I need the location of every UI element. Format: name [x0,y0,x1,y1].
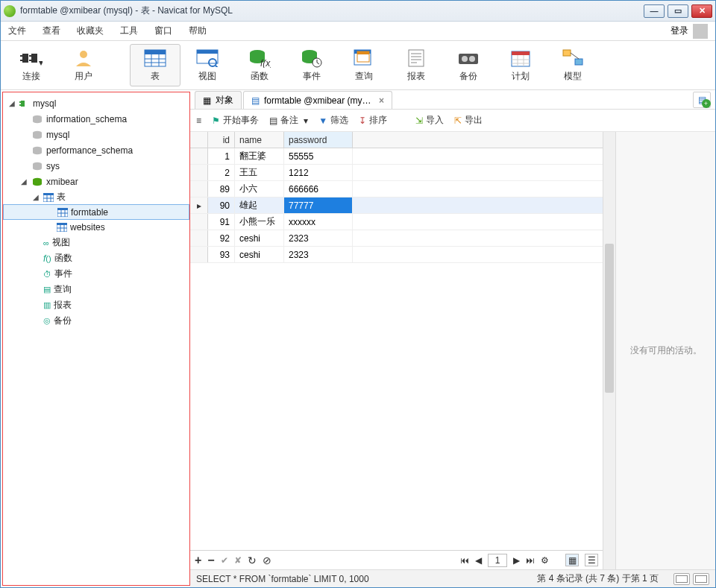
activity-scrollbar[interactable] [603,132,615,569]
toolbar-query[interactable]: 查询 [339,44,389,86]
tab-objects[interactable]: ▦ 对象 [195,91,242,109]
tab-close-icon[interactable]: × [379,95,384,106]
row-indicator [190,230,208,246]
toolbar-user[interactable]: 用户 [58,44,109,86]
tree-node--[interactable]: f()函数 [3,250,189,266]
prev-page-button[interactable]: ◀ [475,555,482,566]
tree-node-information_schema[interactable]: information_schema [3,111,189,127]
grid-small-icon: ▦ [203,95,211,106]
layout-button-1[interactable] [673,573,690,585]
table-icon [142,48,168,69]
toolbar-connect[interactable]: ▾ 连接 [6,44,57,86]
view-icon [195,48,220,69]
svg-rect-47 [19,104,21,106]
tree-node--[interactable]: ⏱事件 [3,266,189,282]
function-icon: f(x) [247,48,272,69]
stop-button[interactable]: ⊘ [263,554,271,566]
menu-favorites[interactable]: 收藏夹 [77,25,104,37]
column-id[interactable]: id [208,132,235,148]
toolbar-event[interactable]: 事件 [286,44,337,86]
svg-line-17 [216,66,218,67]
form-view-button[interactable]: ☰ [585,554,598,566]
row-indicator [190,148,208,164]
toolbar-table[interactable]: 表 [130,44,180,86]
close-button[interactable]: ✕ [691,4,712,18]
svg-rect-28 [409,50,424,66]
first-page-button[interactable]: ⏮ [460,555,469,566]
tree-node--[interactable]: ▥报表 [3,297,189,313]
table-row[interactable]: 91 小熊一乐 xxxxxx [190,214,603,230]
sort-button[interactable]: ↧排序 [359,114,387,127]
last-page-button[interactable]: ⏭ [526,555,535,566]
column-password[interactable]: password [284,132,353,148]
menu-file[interactable]: 文件 [8,25,26,37]
next-page-button[interactable]: ▶ [513,555,520,566]
table-row[interactable]: 92 ceshi 2323 [190,230,603,247]
toolbar-function[interactable]: f(x) 函数 [234,44,285,86]
menu-window[interactable]: 窗口 [154,25,172,37]
page-number-input[interactable]: 1 [488,554,507,567]
table-row[interactable]: 93 ceshi 2323 [190,247,603,263]
titlebar: formtable @xmibear (mysql) - 表 - Navicat… [1,1,715,22]
tree-node-xmibear[interactable]: ◢xmibear [3,174,189,189]
table-row[interactable]: 1 翻王婆 55555 [190,148,603,165]
tree-node-performance_schema[interactable]: performance_schema [3,142,189,158]
login-link[interactable]: 登录 [671,24,708,39]
tree-node--[interactable]: ▤查询 [3,282,189,297]
object-tree[interactable]: ◢mysqlinformation_schemamysqlperformance… [2,92,190,586]
tree-node-websites[interactable]: websites [3,219,189,235]
report-icon [403,48,429,69]
apply-button[interactable]: ✔ [221,555,228,566]
svg-point-7 [80,51,87,58]
menu-toggle-button[interactable]: ≡ [196,116,201,126]
minimize-button[interactable]: — [644,4,665,18]
svg-rect-46 [19,101,21,103]
status-bar: SELECT * FROM `formtable` LIMIT 0, 1000 … [190,569,715,587]
tab-formtable[interactable]: ▤ formtable @xmibear (mysql... × [243,91,392,109]
tree-node--[interactable]: ∞视图 [3,235,189,250]
sort-icon: ↧ [359,116,366,126]
refresh-button[interactable]: ↻ [248,554,257,566]
cancel-edit-button[interactable]: ✘ [234,555,242,566]
tree-node-mysql[interactable]: ◢mysql [3,95,189,111]
tree-node-mysql[interactable]: mysql [3,127,189,142]
toolbar-model[interactable]: 模型 [547,44,598,86]
column-name[interactable]: name [235,132,284,148]
toolbar-schedule[interactable]: 计划 [495,44,546,86]
menu-view[interactable]: 查看 [43,25,60,37]
menu-help[interactable]: 帮助 [189,25,207,37]
svg-rect-5 [29,60,31,61]
grid-header: id name password [190,132,603,148]
table-row[interactable]: ▸ 90 雄起 77777 [190,197,603,214]
tree-node--[interactable]: ◢表 [3,189,189,205]
export-icon: ⇱ [454,116,462,126]
delete-row-button[interactable]: − [207,554,214,567]
grid-settings-button[interactable]: ⚙ [541,555,549,566]
begin-transaction-button[interactable]: ⚑开始事务 [212,114,259,127]
maximize-button[interactable]: ▭ [668,4,688,18]
grid-view-button[interactable]: ▦ [565,554,579,566]
main-toolbar: ▾ 连接 用户 表 视图 f(x) 函数 事件 查询 报表 [1,41,715,90]
table-row[interactable]: 89 小六 666666 [190,181,603,197]
memo-button[interactable]: ▤备注 ▾ [269,114,308,127]
svg-rect-59 [57,208,68,210]
tree-node-formtable[interactable]: formtable [3,204,189,220]
new-tab-button[interactable]: ▤+ [693,92,711,108]
grid-body[interactable]: 1 翻王婆 55555 2 王五 1212 89 小六 666666 ▸ 90 … [190,148,603,550]
table-row[interactable]: 2 王五 1212 [190,165,603,181]
menu-tools[interactable]: 工具 [120,25,138,37]
tree-node--[interactable]: ◎备份 [3,313,189,329]
login-label: 登录 [671,25,688,37]
backup-icon [456,48,481,69]
svg-rect-37 [512,51,530,55]
filter-button[interactable]: ▼筛选 [318,114,348,127]
export-button[interactable]: ⇱导出 [454,114,483,127]
toolbar-view[interactable]: 视图 [182,44,233,86]
import-button[interactable]: ⇲导入 [415,114,444,127]
tree-node-sys[interactable]: sys [3,158,189,174]
layout-button-2[interactable] [693,573,709,585]
svg-rect-27 [357,51,369,54]
toolbar-report[interactable]: 报表 [391,44,442,86]
toolbar-backup[interactable]: 备份 [443,44,494,86]
add-row-button[interactable]: + [195,554,201,567]
